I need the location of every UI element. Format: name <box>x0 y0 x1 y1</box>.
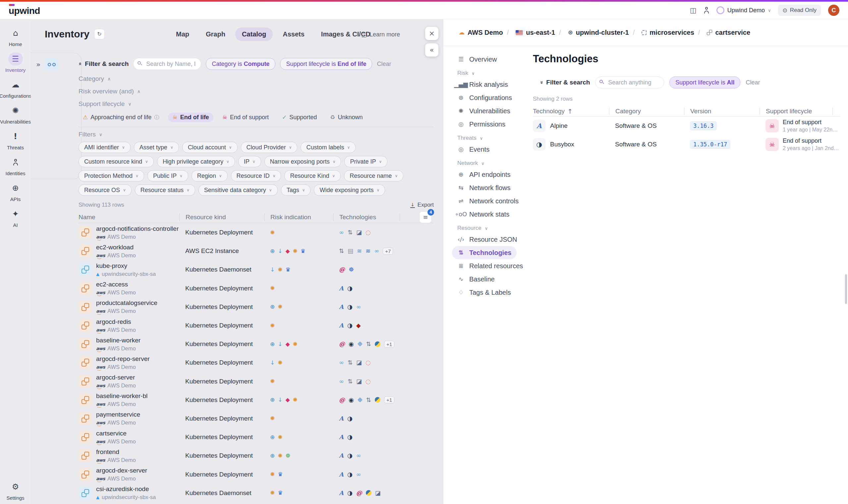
app-nav-item[interactable]: ☁ Configurations <box>0 78 31 99</box>
lifecycle-option[interactable]: ♻ Unknown <box>326 113 367 122</box>
app-nav-item[interactable]: ⊕ APIs <box>0 181 31 202</box>
user-avatar[interactable]: C <box>828 5 840 16</box>
resource-row[interactable]: argocd-redis aws AWS Demo Kubernetes Dep… <box>79 316 434 335</box>
layout-columns-icon[interactable]: ◫ <box>690 7 696 14</box>
column-header-technology[interactable]: Technology ↑ <box>533 108 609 115</box>
lifecycle-option[interactable]: ✓ Supported <box>278 113 321 122</box>
detail-nav-overview[interactable]: ☰ Overview <box>452 53 502 66</box>
detail-nav-item[interactable]: ⇆ Network flows <box>452 181 516 194</box>
detail-nav-item[interactable]: ∿ Baseline <box>452 272 500 286</box>
lifecycle-filter-chip[interactable]: Support lifecycle isAll <box>669 76 740 88</box>
detail-nav-section[interactable]: Network ∨ <box>457 159 533 168</box>
search-input[interactable] <box>133 58 201 70</box>
filter-field-dropdown[interactable]: Protection Method <box>79 170 144 181</box>
filter-section-toggle[interactable]: Support lifecycle ∨ <box>79 100 434 108</box>
resource-row[interactable]: cartservice aws AWS Demo Kubernetes Depl… <box>79 428 434 446</box>
app-nav-item[interactable]: ✺ Vulnerabilities <box>0 104 31 125</box>
detail-nav-item[interactable]: ⇌ Network controls <box>452 194 524 208</box>
filter-field-dropdown[interactable]: Custom labels <box>300 142 356 153</box>
filter-field-dropdown[interactable]: Cloud Provider <box>241 142 298 153</box>
more-technologies-badge[interactable]: +7 <box>383 248 393 255</box>
active-filter-chip[interactable]: Support lifecycle isEnd of life <box>280 58 372 70</box>
filter-section-toggle[interactable]: Category ∧ <box>79 74 434 83</box>
close-icon[interactable]: × <box>425 27 438 40</box>
filter-search-toggle[interactable]: « Filter & search <box>79 60 128 68</box>
filter-field-dropdown[interactable]: Asset type <box>134 142 179 153</box>
filter-field-dropdown[interactable]: Resource name <box>344 170 403 181</box>
refresh-icon[interactable]: ↻ <box>94 29 105 39</box>
detail-nav-item[interactable]: ⇅ Technologies <box>452 246 517 259</box>
expand-drawer-chevrons-icon[interactable]: » <box>36 61 40 68</box>
scrollbar-thumb[interactable] <box>845 274 847 304</box>
column-header-resource-kind[interactable]: Resource kind <box>179 213 264 221</box>
resource-row[interactable]: kube-proxy ▲ upwindsecurity-sbx-sa Kuber… <box>79 260 434 279</box>
inventory-tab[interactable]: Catalog <box>235 28 273 41</box>
column-header-risk-indication[interactable]: Risk indication <box>264 213 333 221</box>
collapse-panel-chevrons-icon[interactable]: « <box>425 43 438 57</box>
filter-field-dropdown[interactable]: Sensitive data category <box>198 184 278 196</box>
detail-nav-item[interactable]: ⊕ API endpoints <box>452 168 516 181</box>
resource-row[interactable]: baseline-worker aws AWS Demo Kubernetes … <box>79 335 434 353</box>
resource-row[interactable]: productcatalogservice aws AWS Demo Kuber… <box>79 298 434 316</box>
breadcrumb-item[interactable]: cartservice <box>694 29 750 36</box>
app-nav-settings[interactable]: ⚙ Settings <box>0 480 31 501</box>
filter-field-dropdown[interactable]: Resource OS <box>79 184 132 196</box>
export-button[interactable]: ↓ Export <box>410 202 434 208</box>
detail-nav-item[interactable]: ⊛ Configurations <box>452 91 517 104</box>
app-nav-item[interactable]: ☰ Inventory <box>0 52 31 73</box>
detail-nav-item[interactable]: ≣ Related resources <box>452 259 528 272</box>
filter-field-dropdown[interactable]: Private IP <box>344 156 387 167</box>
filter-field-dropdown[interactable]: Wide exposing ports <box>314 184 385 196</box>
detail-nav-section[interactable]: Risk ∨ <box>457 69 533 78</box>
column-header-category[interactable]: Category <box>609 108 684 115</box>
column-settings-button[interactable]: ≡ 4 <box>419 211 432 223</box>
breadcrumb-item[interactable]: microservices <box>629 29 694 36</box>
filter-section-toggle[interactable]: Risk overview (and) ∧ <box>79 87 434 96</box>
filter-field-dropdown[interactable]: Resource status <box>135 184 195 196</box>
inventory-tab[interactable]: Assets <box>276 28 311 41</box>
detail-nav-item[interactable]: ◎ Events <box>452 143 495 156</box>
more-technologies-badge[interactable]: +1 <box>384 396 394 403</box>
resource-row[interactable]: ec2-workload aws AWS Demo AWS EC2 Instan… <box>79 242 434 260</box>
resource-row[interactable]: argocd-server aws AWS Demo Kubernetes De… <box>79 372 434 391</box>
column-header-name[interactable]: Name <box>79 213 179 221</box>
filter-field-dropdown[interactable]: Resource ID <box>231 170 281 181</box>
detail-nav-item[interactable]: ∘oO Network stats <box>452 208 515 221</box>
inventory-tab[interactable]: Map <box>169 28 196 41</box>
breadcrumb-item[interactable]: ⊛ upwind-cluster-1 <box>555 29 629 36</box>
active-filter-chip[interactable]: Category isCompute <box>206 58 275 70</box>
column-header-technologies[interactable]: Technologies <box>333 213 400 221</box>
resource-row[interactable]: baseline-worker-bl aws AWS Demo Kubernet… <box>79 391 434 409</box>
filter-field-dropdown[interactable]: Custom resource kind <box>79 156 154 167</box>
breadcrumb-item[interactable]: ☁ AWS Demo <box>458 29 503 36</box>
saved-views-button[interactable] <box>45 58 59 71</box>
lifecycle-option[interactable]: ☠ End of life <box>168 113 213 122</box>
filter-field-dropdown[interactable]: Narrow exposing ports <box>264 156 341 167</box>
app-nav-item[interactable]: ✦ AI <box>0 207 31 228</box>
resource-row[interactable]: argocd-dex-server aws AWS Demo Kubernete… <box>79 465 434 484</box>
detail-clear-link[interactable]: Clear <box>746 79 760 86</box>
inventory-tab[interactable]: Graph <box>199 28 232 41</box>
app-nav-item[interactable]: ⌂ Home <box>0 26 31 47</box>
app-nav-item[interactable]: ! Threats <box>0 130 31 150</box>
resource-row[interactable]: ec2-access aws AWS Demo Kubernetes Deplo… <box>79 279 434 298</box>
detail-nav-item[interactable]: ♢ Tags & Labels <box>452 286 516 299</box>
technology-row[interactable]: ◑ Busybox Software & OS 1.35.0-r17 ☠ End… <box>533 135 840 154</box>
breadcrumb-item[interactable]: us-east-1 <box>503 29 555 36</box>
resource-row[interactable]: paymentservice aws AWS Demo Kubernetes D… <box>79 409 434 428</box>
filter-field-dropdown[interactable]: Region <box>192 170 228 181</box>
filters-toggle[interactable]: Filters ∨ <box>79 130 434 139</box>
detail-nav-item[interactable]: ▁▄▆ Risk analysis <box>452 78 513 91</box>
technology-row[interactable]: A Alpine Software & OS 3.16.3 ☠ End of s… <box>533 116 840 135</box>
column-header-support-lifecycle[interactable]: Support lifecycle <box>760 108 832 115</box>
detail-nav-item[interactable]: ✺ Vulnerabilities <box>452 104 516 118</box>
resource-row[interactable]: csi-azuredisk-node ▲ upwindsecurity-sbx-… <box>79 484 434 502</box>
filter-field-dropdown[interactable]: Public IP <box>148 170 188 181</box>
detail-search-input[interactable] <box>595 76 664 88</box>
lifecycle-option[interactable]: ☠ End of support <box>218 113 273 122</box>
detail-nav-item[interactable]: ‹/› Resource JSON <box>452 233 523 246</box>
learn-more-link[interactable]: ◫ Learn more <box>361 31 400 38</box>
detail-filter-toggle[interactable]: « Filter & search <box>540 79 590 86</box>
detail-nav-section[interactable]: Resource ∨ <box>457 223 533 233</box>
resource-row[interactable]: argocd-notifications-controller aws AWS … <box>79 223 434 242</box>
